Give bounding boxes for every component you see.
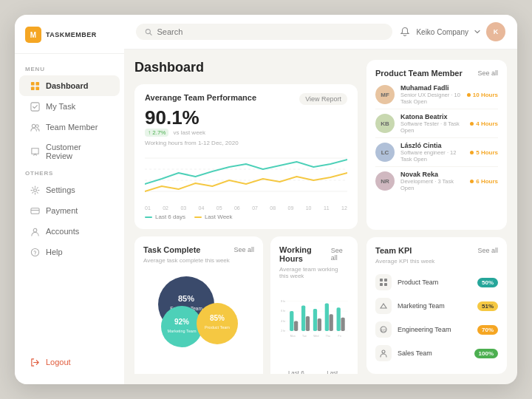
svg-rect-41 [330, 314, 333, 331]
svg-point-55 [382, 350, 385, 353]
bar-legend: Last 6 days Last Week [279, 369, 349, 374]
member-role: Software engineer · 12 Task Open [400, 149, 464, 163]
kpi-engineering-badge: 70% [477, 325, 498, 335]
member-row: KB Katona Beatrix Software Tester · 8 Ta… [375, 109, 498, 138]
svg-text:4 hr: 4 hr [281, 320, 286, 323]
performance-card: Averange Team Performance View Report 90… [134, 84, 358, 229]
svg-rect-36 [301, 305, 305, 331]
perf-period: Working hours from 1-12 Dec, 2020 [145, 140, 347, 146]
left-panel: Dashboard Averange Team Performance View… [134, 60, 358, 374]
svg-rect-35 [294, 321, 298, 332]
sidebar-item-team-label: Team Member [46, 123, 98, 132]
search-input[interactable] [157, 27, 383, 36]
member-hours: 4 Hours [470, 120, 498, 127]
product-team-icon [375, 274, 392, 290]
kpi-product-name: Product Team [398, 279, 471, 286]
member-hours: 10 Hours [467, 92, 498, 98]
sidebar-item-help[interactable]: Help [19, 242, 120, 262]
svg-rect-51 [380, 283, 383, 286]
member-name: Katona Beatrix [400, 113, 464, 120]
performance-chart [145, 151, 347, 202]
search-bar[interactable] [136, 24, 392, 40]
working-hours-title: Working Hours [279, 245, 331, 263]
sidebar-item-settings[interactable]: Settings [19, 180, 120, 200]
svg-rect-3 [35, 86, 39, 90]
svg-point-5 [32, 124, 35, 128]
svg-text:8 hr: 8 hr [281, 300, 286, 303]
svg-rect-52 [384, 283, 387, 286]
perf-badge: ↑ 2.7% [145, 129, 168, 137]
task-complete-card: Task Complete See all Average task compl… [134, 236, 263, 374]
team-see-all[interactable]: See all [477, 69, 498, 77]
sidebar-item-dashboard-label: Dashboard [46, 81, 88, 90]
member-name: Muhamad Fadli [400, 84, 461, 92]
view-report-button[interactable]: View Report [299, 93, 347, 105]
svg-text:EG: EG [381, 328, 386, 332]
svg-text:Tue: Tue [302, 335, 307, 338]
svg-text:Fri: Fri [338, 335, 341, 338]
sidebar-item-accounts[interactable]: Accounts [19, 221, 120, 242]
svg-point-20 [161, 306, 202, 347]
hours-see-all[interactable]: See all [331, 247, 349, 262]
customer-icon [30, 146, 40, 157]
header: Keiko Company K [124, 15, 517, 50]
sidebar-item-payment-label: Payment [46, 206, 78, 215]
settings-icon [30, 185, 40, 195]
sidebar-item-mytask-label: My Task [46, 102, 75, 111]
logout-button[interactable]: Logout [19, 352, 120, 372]
task-complete-title: Task Complete [143, 245, 200, 254]
chart-legend: Last 6 days Last Week [145, 214, 347, 220]
sidebar-logo: M TASKMEMBER [15, 27, 124, 54]
task-icon [30, 101, 40, 112]
avatar[interactable]: K [486, 22, 505, 41]
svg-rect-4 [30, 102, 38, 110]
avatar: NR [375, 171, 395, 191]
sidebar-item-customer[interactable]: Customer Review [19, 137, 120, 166]
kpi-see-all[interactable]: See all [477, 247, 498, 254]
member-name: Novak Reka [400, 171, 464, 178]
notification-icon[interactable] [400, 27, 410, 37]
member-hours: 5 Hours [470, 149, 498, 156]
sidebar-item-payment[interactable]: Payment [19, 200, 120, 221]
svg-text:Marketing Team: Marketing Team [167, 329, 196, 333]
bar-legend-last6: Last 6 days [288, 369, 312, 374]
member-role: Senior UX Designer · 10 Task Open [400, 92, 461, 105]
legend-lastweek: Last Week [205, 214, 233, 220]
member-name: László Cintia [400, 142, 464, 149]
logout-label: Logout [46, 358, 71, 366]
svg-text:Wed: Wed [313, 335, 318, 338]
kpi-marketing-name: Marketing Team [398, 302, 471, 310]
sidebar-item-customer-label: Customer Review [46, 143, 109, 160]
svg-point-11 [35, 253, 35, 254]
sidebar-item-dashboard[interactable]: Dashboard [19, 75, 120, 96]
bottom-cards: Task Complete See all Average task compl… [134, 236, 358, 374]
chart-x-labels: 0102 0304 0506 0708 0910 1112 [145, 205, 347, 211]
kpi-product-badge: 50% [477, 278, 498, 287]
search-icon [145, 28, 152, 36]
sales-team-icon [375, 345, 392, 361]
logout-icon [30, 357, 40, 367]
svg-rect-8 [30, 208, 38, 213]
kpi-row: EG Engineering Team 70% [375, 318, 498, 341]
member-info: László Cintia Software engineer · 12 Tas… [400, 142, 464, 163]
member-info: Katona Beatrix Software Tester · 8 Task … [400, 113, 464, 134]
task-see-all[interactable]: See all [233, 246, 254, 253]
avatar: MF [375, 85, 395, 104]
marketing-team-icon [375, 298, 392, 314]
sidebar-item-team[interactable]: Team Member [19, 117, 120, 137]
svg-rect-0 [30, 81, 34, 85]
app-container: M TASKMEMBER MENU Dashboard [15, 15, 517, 384]
chevron-down-icon [474, 29, 480, 35]
main-content: Keiko Company K Dashboard Averange Team … [124, 15, 517, 384]
accounts-icon [30, 226, 40, 236]
sidebar-item-mytask[interactable]: My Task [19, 96, 120, 117]
content-area: Dashboard Averange Team Performance View… [124, 50, 517, 384]
kpi-row: Sales Team 100% [375, 341, 498, 365]
svg-text:85%: 85% [178, 294, 194, 303]
task-complete-sub: Average task complete this week [143, 257, 254, 264]
svg-rect-40 [325, 303, 329, 331]
avatar: LC [375, 143, 395, 162]
payment-icon [30, 205, 40, 216]
svg-point-10 [31, 248, 38, 256]
svg-point-9 [33, 228, 37, 232]
